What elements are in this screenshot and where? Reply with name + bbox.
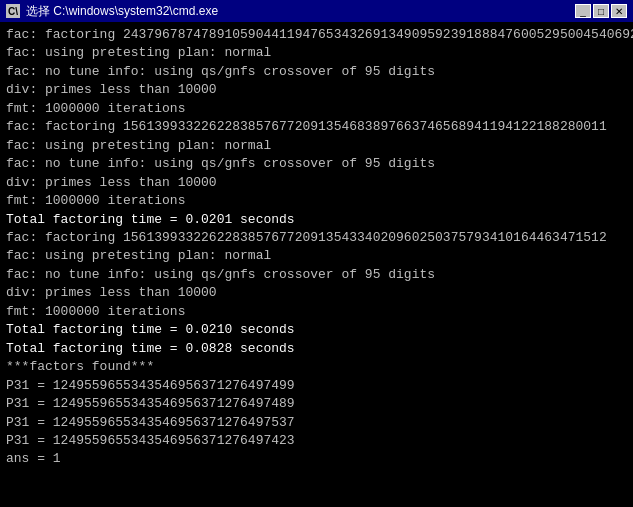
close-button[interactable]: ✕ xyxy=(611,4,627,18)
console-line: fac: no tune info: using qs/gnfs crossov… xyxy=(6,266,627,284)
maximize-button[interactable]: □ xyxy=(593,4,609,18)
console-line: div: primes less than 10000 xyxy=(6,284,627,302)
minimize-button[interactable]: _ xyxy=(575,4,591,18)
console-line: fac: no tune info: using qs/gnfs crossov… xyxy=(6,63,627,81)
console-line: P31 = 1249559655343546956371276497423 xyxy=(6,432,627,450)
title-text: 选择 C:\windows\system32\cmd.exe xyxy=(26,3,569,20)
console-line: Total factoring time = 0.0828 seconds xyxy=(6,340,627,358)
console-line: fmt: 1000000 iterations xyxy=(6,192,627,210)
console-line: fac: using pretesting plan: normal xyxy=(6,247,627,265)
title-buttons: _ □ ✕ xyxy=(575,4,627,18)
console-line: fac: factoring 1561399332262283857677209… xyxy=(6,229,627,247)
console-line: div: primes less than 10000 xyxy=(6,81,627,99)
console-line: fac: factoring 1561399332262283857677209… xyxy=(6,118,627,136)
console-line: fac: factoring 2437967874789105904411947… xyxy=(6,26,627,44)
console-line: fac: using pretesting plan: normal xyxy=(6,137,627,155)
console-line: fmt: 1000000 iterations xyxy=(6,303,627,321)
title-bar-icon: C\ xyxy=(6,4,20,18)
console-line: ***factors found*** xyxy=(6,358,627,376)
console-line: P31 = 1249559655343546956371276497537 xyxy=(6,414,627,432)
console-line: Total factoring time = 0.0210 seconds xyxy=(6,321,627,339)
console-line: fac: using pretesting plan: normal xyxy=(6,44,627,62)
console-line: P31 = 1249559655343546956371276497489 xyxy=(6,395,627,413)
console-line: div: primes less than 10000 xyxy=(6,174,627,192)
console-body: fac: factoring 2437967874789105904411947… xyxy=(0,22,633,473)
console-line: Total factoring time = 0.0201 seconds xyxy=(6,211,627,229)
console-line: fmt: 1000000 iterations xyxy=(6,100,627,118)
console-line: P31 = 1249559655343546956371276497499 xyxy=(6,377,627,395)
console-line: ans = 1 xyxy=(6,450,627,468)
title-bar: C\ 选择 C:\windows\system32\cmd.exe _ □ ✕ xyxy=(0,0,633,22)
console-line: fac: no tune info: using qs/gnfs crossov… xyxy=(6,155,627,173)
